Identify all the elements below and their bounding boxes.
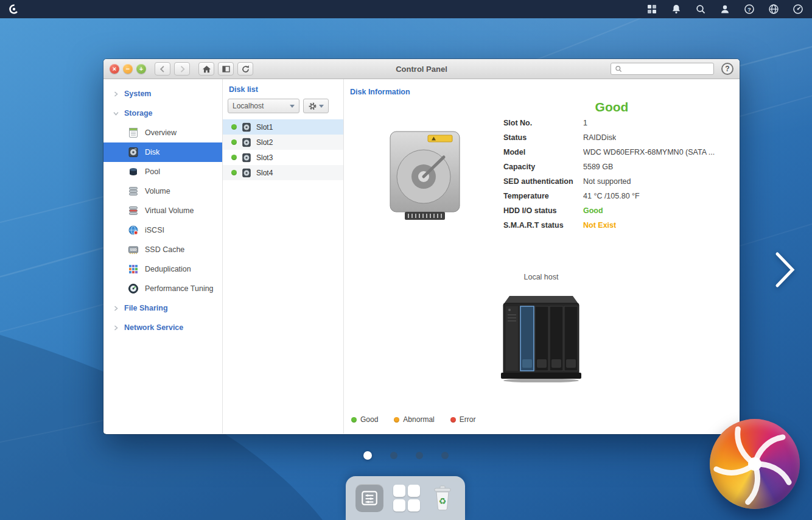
status-dot-good bbox=[231, 170, 237, 175]
volume-icon bbox=[128, 186, 139, 197]
disk-fields: Slot No. 1 Status RAIDDisk Model WDC WD6… bbox=[503, 116, 715, 233]
deduplication-icon bbox=[128, 264, 139, 275]
sidebar-item-ssd-cache[interactable]: SSD SSD Cache bbox=[103, 240, 222, 259]
field-label: Slot No. bbox=[503, 119, 583, 127]
page-dots bbox=[0, 451, 812, 460]
field-value: 5589 GB bbox=[583, 163, 613, 171]
field-value: Not supported bbox=[583, 177, 631, 186]
language-globe-icon[interactable] bbox=[768, 4, 779, 15]
sidebar-section-label: System bbox=[124, 90, 151, 98]
slot-label: Slot4 bbox=[256, 169, 273, 177]
disk-overall-status: Good bbox=[569, 100, 654, 114]
window-search[interactable] bbox=[611, 63, 714, 75]
sidebar-item-performance-tuning[interactable]: Performance Tuning bbox=[103, 279, 222, 298]
field-label: Model bbox=[503, 148, 583, 156]
chevron-down-icon bbox=[290, 105, 295, 108]
disk-icon bbox=[242, 138, 251, 147]
page-dot-3[interactable] bbox=[416, 452, 423, 459]
split-view-button[interactable] bbox=[218, 62, 234, 76]
disk-icon bbox=[242, 122, 251, 132]
notifications-bell-icon[interactable] bbox=[671, 4, 682, 15]
help-icon[interactable]: ? bbox=[744, 4, 755, 15]
next-page-chevron[interactable] bbox=[774, 251, 796, 289]
resource-monitor-icon[interactable] bbox=[793, 4, 803, 15]
host-select-value: Localhost bbox=[233, 102, 264, 110]
home-button[interactable] bbox=[198, 62, 214, 76]
slot-label: Slot1 bbox=[256, 123, 273, 132]
back-button[interactable] bbox=[155, 62, 170, 76]
sidebar-item-pool[interactable]: Pool bbox=[103, 162, 222, 181]
disk-icon bbox=[128, 147, 139, 158]
apps-icon[interactable] bbox=[646, 4, 657, 15]
recycle-bin-dock-icon[interactable]: ♻ bbox=[430, 484, 455, 512]
search-icon[interactable] bbox=[695, 4, 706, 15]
chevron-right-icon bbox=[113, 91, 119, 97]
sidebar-item-virtual-volume[interactable]: Virtual Volume bbox=[103, 201, 222, 220]
sidebar: System Storage Overview bbox=[103, 79, 223, 434]
ssd-cache-icon: SSD bbox=[128, 244, 139, 255]
slot-row-1[interactable]: Slot1 bbox=[223, 119, 343, 135]
virtual-volume-icon bbox=[128, 205, 139, 216]
sidebar-item-overview[interactable]: Overview bbox=[103, 123, 222, 142]
slot-row-3[interactable]: Slot3 bbox=[223, 150, 343, 165]
page-dot-4[interactable] bbox=[441, 452, 449, 459]
legend-label: Abnormal bbox=[403, 415, 434, 424]
sidebar-item-label: SSD Cache bbox=[145, 245, 184, 254]
local-host-label: Local host bbox=[501, 273, 581, 281]
dock: ♻ bbox=[346, 476, 465, 520]
disk-list-controls: Localhost bbox=[223, 99, 343, 119]
disk-icon bbox=[242, 168, 251, 178]
disk-actions-button[interactable] bbox=[303, 99, 329, 113]
field-label: Capacity bbox=[503, 163, 583, 171]
sidebar-item-volume[interactable]: Volume bbox=[103, 181, 222, 201]
sidebar-section-file-sharing[interactable]: File Sharing bbox=[103, 298, 222, 318]
sidebar-item-label: Overview bbox=[145, 128, 177, 137]
legend-label: Error bbox=[460, 415, 476, 424]
sidebar-section-network-service[interactable]: Network Service bbox=[103, 318, 222, 337]
control-panel-dock-icon[interactable] bbox=[355, 484, 383, 512]
chevron-right-icon bbox=[113, 306, 119, 311]
close-button[interactable]: × bbox=[110, 64, 119, 74]
slot-row-2[interactable]: Slot2 bbox=[223, 135, 343, 150]
window-help-button[interactable]: ? bbox=[721, 63, 733, 75]
sidebar-section-storage[interactable]: Storage bbox=[103, 104, 222, 123]
screen: ? × − + bbox=[0, 0, 812, 520]
field-label: Temperature bbox=[503, 192, 583, 200]
sidebar-section-system[interactable]: System bbox=[103, 84, 222, 104]
sidebar-item-disk[interactable]: Disk bbox=[103, 142, 222, 162]
svg-text:SSD: SSD bbox=[130, 248, 137, 251]
brand-swirl-blades bbox=[710, 419, 800, 509]
page-dot-1[interactable] bbox=[363, 451, 372, 460]
field-row: HDD I/O status Good bbox=[503, 203, 715, 218]
window-search-input[interactable] bbox=[625, 64, 710, 74]
iscsi-globe-icon bbox=[128, 225, 139, 236]
svg-text:?: ? bbox=[747, 6, 751, 13]
slot-row-4[interactable]: Slot4 bbox=[223, 165, 343, 180]
field-label: HDD I/O status bbox=[503, 206, 583, 215]
performance-gauge-icon bbox=[128, 283, 139, 294]
user-icon[interactable] bbox=[719, 4, 730, 15]
minimize-button[interactable]: − bbox=[123, 64, 133, 74]
host-select[interactable]: Localhost bbox=[228, 99, 299, 113]
page-dot-2[interactable] bbox=[390, 452, 397, 459]
sidebar-item-deduplication[interactable]: Deduplication bbox=[103, 259, 222, 279]
maximize-button[interactable]: + bbox=[136, 64, 146, 74]
field-label: S.M.A.R.T status bbox=[503, 221, 583, 230]
slot-label: Slot3 bbox=[256, 153, 273, 162]
field-label: Status bbox=[503, 133, 583, 142]
sidebar-section-label: File Sharing bbox=[124, 304, 168, 312]
field-row: Capacity 5589 GB bbox=[503, 160, 715, 174]
sidebar-section-label: Storage bbox=[124, 109, 153, 118]
refresh-button[interactable] bbox=[237, 62, 253, 76]
pool-icon bbox=[128, 166, 139, 177]
status-dot-good bbox=[231, 139, 237, 145]
desktop: × − + Control Panel bbox=[0, 18, 812, 520]
field-value: Good bbox=[583, 206, 603, 215]
app-launcher-dock-icon[interactable] bbox=[393, 485, 420, 511]
sidebar-item-label: Volume bbox=[145, 187, 170, 195]
sidebar-item-label: Pool bbox=[145, 167, 160, 176]
nas-brand-logo-icon[interactable] bbox=[9, 4, 19, 15]
chevron-down-icon bbox=[113, 111, 119, 116]
forward-button[interactable] bbox=[174, 62, 190, 76]
sidebar-item-iscsi[interactable]: iSCSI bbox=[103, 220, 222, 240]
